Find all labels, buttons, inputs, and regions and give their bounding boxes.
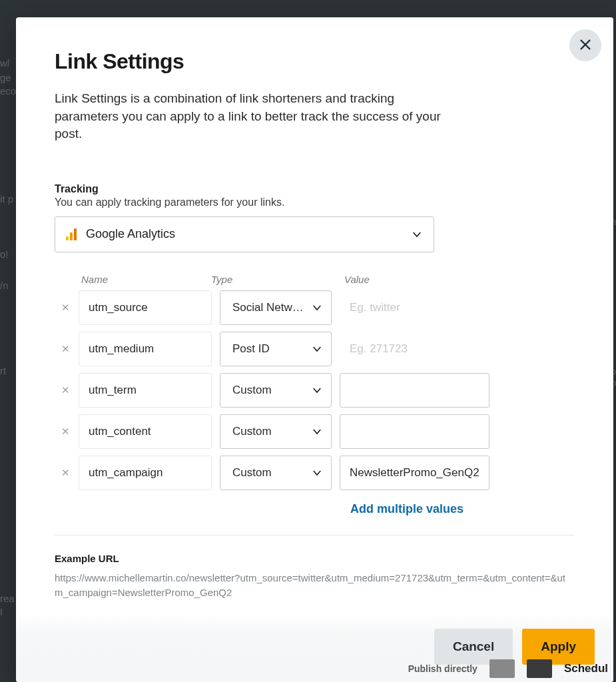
param-row: ✕ Custom [61, 373, 575, 408]
param-type-label: Social Netw… [232, 301, 311, 314]
background-thumb [527, 659, 552, 678]
publish-directly-label: Publish directly [408, 663, 477, 674]
param-row: ✕ Social Netw… [61, 290, 575, 325]
tracking-sublabel: You can apply tracking parameters for yo… [55, 196, 575, 208]
remove-row-button[interactable]: ✕ [61, 426, 71, 436]
param-value-input[interactable] [340, 290, 489, 325]
param-name-input[interactable] [79, 456, 212, 490]
param-name-input[interactable] [79, 414, 212, 449]
tracking-provider-label: Google Analytics [86, 227, 402, 241]
background-thumb [489, 659, 515, 678]
param-column-headers: Name Type Value [61, 274, 575, 285]
add-multiple-values-link[interactable]: Add multiple values [350, 502, 463, 515]
param-row: ✕ Custom [61, 414, 575, 449]
param-name-input[interactable] [79, 290, 212, 325]
param-value-input[interactable] [340, 456, 489, 490]
param-type-select[interactable]: Custom [220, 373, 332, 408]
param-type-label: Post ID [232, 342, 311, 356]
modal-description: Link Settings is a combination of link s… [55, 90, 454, 143]
param-name-input[interactable] [79, 332, 212, 366]
col-header-type: Type [211, 274, 344, 285]
chevron-down-icon [311, 302, 323, 314]
chevron-down-icon [411, 228, 423, 240]
tracking-provider-select[interactable]: Google Analytics [55, 216, 434, 252]
param-value-input[interactable] [340, 373, 489, 408]
example-url-label: Example URL [55, 553, 575, 564]
param-type-select[interactable]: Social Netw… [220, 290, 332, 325]
param-type-select[interactable]: Post ID [220, 332, 332, 366]
divider [55, 535, 575, 535]
background-action-bar: Publish directly Schedul [0, 659, 616, 678]
col-header-name: Name [81, 274, 211, 285]
remove-row-button[interactable]: ✕ [61, 385, 71, 395]
param-name-input[interactable] [79, 373, 212, 408]
example-url-value: https://www.michellemartin.co/newsletter… [55, 571, 567, 601]
param-type-label: Custom [232, 466, 311, 480]
param-value-input[interactable] [340, 332, 489, 366]
remove-row-button[interactable]: ✕ [61, 344, 71, 354]
param-type-select[interactable]: Custom [220, 414, 332, 449]
schedule-label: Schedul [564, 662, 608, 675]
param-type-select[interactable]: Custom [220, 456, 332, 490]
param-type-label: Custom [232, 425, 311, 438]
chevron-down-icon [311, 426, 323, 438]
google-analytics-icon [66, 228, 77, 240]
tracking-label: Tracking [55, 183, 575, 195]
param-row: ✕ Post ID [61, 332, 575, 366]
chevron-down-icon [311, 384, 323, 396]
chevron-down-icon [311, 343, 323, 355]
chevron-down-icon [311, 467, 323, 479]
modal-title: Link Settings [55, 49, 575, 74]
param-value-input[interactable] [340, 414, 489, 449]
param-type-label: Custom [232, 384, 311, 397]
link-settings-modal: Link Settings Link Settings is a combina… [16, 17, 613, 682]
remove-row-button[interactable]: ✕ [61, 468, 71, 478]
remove-row-button[interactable]: ✕ [61, 302, 71, 312]
col-header-value: Value [344, 274, 370, 285]
param-row: ✕ Custom [61, 456, 575, 490]
